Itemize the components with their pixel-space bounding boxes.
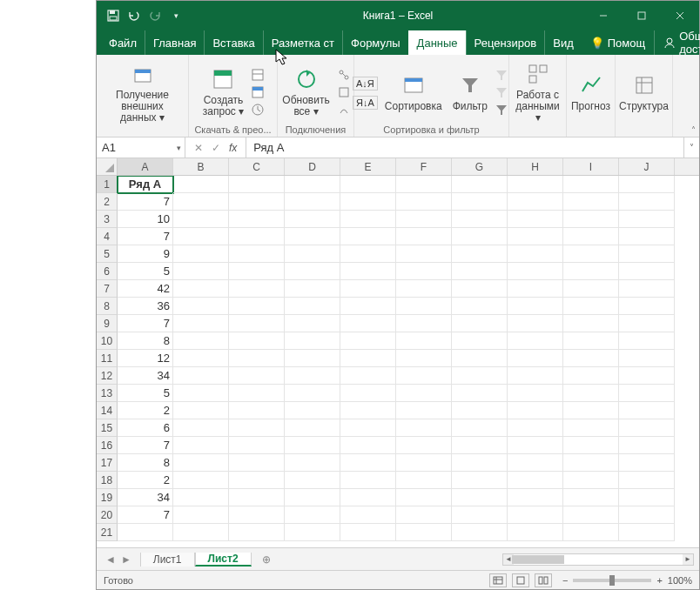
cell[interactable] (173, 211, 229, 228)
cell[interactable] (563, 263, 619, 280)
cell[interactable] (508, 280, 563, 298)
sort-button[interactable]: Сортировка (381, 70, 446, 114)
cell[interactable]: 7 (118, 193, 173, 211)
cell[interactable] (452, 506, 508, 524)
expand-formula-icon[interactable]: ˅ (683, 137, 699, 158)
row-header[interactable]: 10 (97, 332, 118, 350)
cell[interactable] (173, 506, 229, 524)
cell[interactable]: 8 (118, 332, 173, 350)
column-header[interactable]: A (118, 158, 173, 175)
properties-icon[interactable] (337, 85, 353, 101)
cell[interactable] (173, 385, 229, 402)
row-header[interactable]: 12 (97, 367, 118, 385)
cell[interactable] (619, 506, 675, 524)
cell[interactable] (229, 211, 285, 228)
cell[interactable] (340, 315, 396, 332)
get-external-data-button[interactable]: Получение внешних данных ▾ (102, 58, 183, 125)
cell[interactable] (229, 298, 285, 315)
cell[interactable] (396, 367, 452, 385)
column-header[interactable]: D (285, 158, 340, 175)
column-header[interactable]: B (173, 158, 229, 175)
cell[interactable] (340, 472, 396, 489)
cell[interactable] (340, 437, 396, 454)
row-header[interactable]: 17 (97, 454, 118, 472)
tab-view[interactable]: Вид (544, 30, 582, 55)
cell[interactable] (396, 437, 452, 454)
cell[interactable] (285, 263, 340, 280)
cell[interactable]: 7 (118, 228, 173, 245)
cell[interactable] (452, 332, 508, 350)
save-icon[interactable] (105, 8, 121, 23)
refresh-all-button[interactable]: Обновить все ▾ (279, 64, 333, 119)
cell[interactable] (452, 298, 508, 315)
cell[interactable] (396, 472, 452, 489)
column-header[interactable]: C (229, 158, 285, 175)
cell[interactable] (452, 385, 508, 402)
horizontal-scrollbar[interactable]: ◄ ► (502, 553, 694, 566)
cell[interactable] (619, 437, 675, 454)
cell[interactable] (619, 228, 675, 245)
cell[interactable] (229, 524, 285, 541)
scroll-right-icon[interactable]: ► (683, 554, 693, 565)
cell[interactable] (619, 315, 675, 332)
cell[interactable] (452, 437, 508, 454)
cell[interactable] (508, 245, 563, 263)
cell[interactable] (340, 454, 396, 472)
cell[interactable] (619, 176, 675, 193)
cell[interactable] (118, 524, 173, 541)
cell[interactable] (285, 437, 340, 454)
cell[interactable] (340, 332, 396, 350)
cell[interactable]: 42 (118, 280, 173, 298)
cell[interactable] (173, 367, 229, 385)
cell[interactable] (396, 402, 452, 419)
cell[interactable] (229, 437, 285, 454)
edit-links-icon[interactable] (337, 103, 353, 118)
chevron-down-icon[interactable]: ▾ (177, 144, 181, 152)
formula-input[interactable]: Ряд A (246, 137, 683, 158)
cell[interactable] (508, 211, 563, 228)
tab-insert[interactable]: Вставка (204, 30, 262, 55)
cell[interactable]: 12 (118, 350, 173, 367)
cell[interactable] (452, 454, 508, 472)
cell[interactable]: 2 (118, 472, 173, 489)
cell[interactable] (173, 472, 229, 489)
cell[interactable] (285, 506, 340, 524)
cell[interactable] (396, 263, 452, 280)
cell[interactable] (396, 506, 452, 524)
cell[interactable] (229, 489, 285, 506)
cell[interactable] (173, 193, 229, 211)
cell[interactable] (173, 454, 229, 472)
cell[interactable] (619, 489, 675, 506)
row-header[interactable]: 15 (97, 419, 118, 437)
cell[interactable] (340, 298, 396, 315)
cell[interactable]: 6 (118, 419, 173, 437)
cell[interactable] (508, 472, 563, 489)
cell[interactable] (452, 472, 508, 489)
row-header[interactable]: 13 (97, 385, 118, 402)
undo-icon[interactable] (126, 8, 142, 23)
cell[interactable] (563, 524, 619, 541)
cell[interactable]: 8 (118, 454, 173, 472)
redo-icon[interactable] (147, 8, 163, 23)
cell[interactable] (229, 402, 285, 419)
cell[interactable] (173, 263, 229, 280)
cell[interactable] (563, 211, 619, 228)
cell[interactable] (285, 211, 340, 228)
cell[interactable] (619, 367, 675, 385)
cell[interactable] (619, 419, 675, 437)
cell[interactable] (508, 489, 563, 506)
cell[interactable] (340, 402, 396, 419)
zoom-in-button[interactable]: + (656, 575, 662, 586)
cell[interactable] (173, 245, 229, 263)
cell[interactable]: 36 (118, 298, 173, 315)
cell[interactable]: 7 (118, 506, 173, 524)
cell[interactable] (340, 280, 396, 298)
zoom-level[interactable]: 100% (668, 575, 692, 586)
advanced-filter-icon[interactable] (495, 103, 510, 118)
share-button[interactable]: Общий доступ (654, 30, 700, 55)
select-all-corner[interactable] (97, 158, 118, 175)
cell[interactable] (229, 280, 285, 298)
cell[interactable] (619, 350, 675, 367)
cell[interactable] (452, 280, 508, 298)
cell[interactable] (563, 506, 619, 524)
